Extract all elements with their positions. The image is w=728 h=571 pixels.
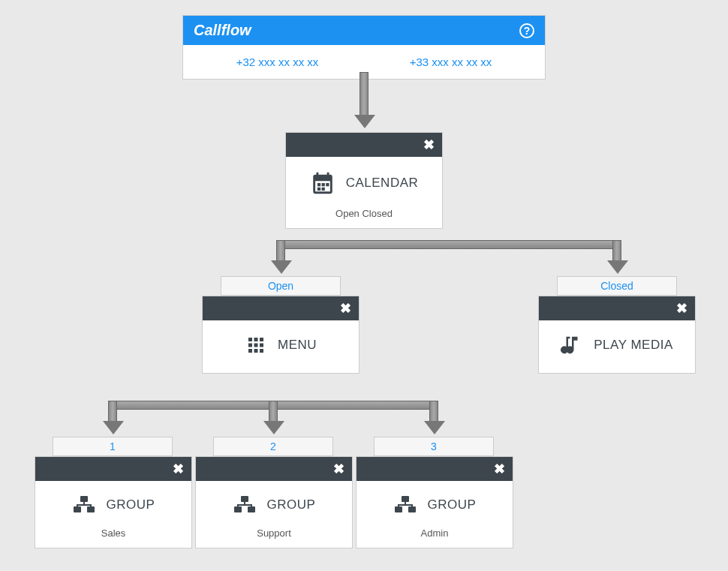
svg-rect-7 xyxy=(395,506,402,512)
connector-arrow xyxy=(269,401,278,423)
node-subtitle: Open Closed xyxy=(335,208,393,219)
node-title: MENU xyxy=(278,338,317,353)
branch-label-3: 3 xyxy=(374,437,494,456)
connector-arrow xyxy=(359,72,369,117)
music-icon xyxy=(561,334,583,356)
node-header: ✖ xyxy=(286,133,442,157)
node-header: ✖ xyxy=(539,296,695,320)
svg-rect-2 xyxy=(87,506,95,512)
node-header: ✖ xyxy=(196,457,352,481)
branch-label-closed: Closed xyxy=(557,276,677,296)
close-icon[interactable]: ✖ xyxy=(494,462,505,476)
help-icon[interactable]: ? xyxy=(519,23,534,38)
branch-label-2: 2 xyxy=(213,437,333,456)
close-icon[interactable]: ✖ xyxy=(423,138,435,152)
close-icon[interactable]: ✖ xyxy=(173,462,184,476)
node-body: GROUP Sales xyxy=(35,481,191,548)
branch-label-open: Open xyxy=(221,276,341,296)
close-icon[interactable]: ✖ xyxy=(340,302,351,315)
callflow-root: Callflow ? +32 xxx xx xx xx +33 xxx xx x… xyxy=(182,15,546,80)
phone-number[interactable]: +33 xxx xx xx xx xyxy=(410,56,492,68)
phone-number[interactable]: +32 xxx xx xx xx xyxy=(236,56,319,68)
svg-rect-8 xyxy=(408,506,416,512)
node-title: GROUP xyxy=(107,497,155,512)
node-title: CALENDAR xyxy=(346,176,419,191)
connector-arrow xyxy=(612,240,621,263)
connector-arrow xyxy=(276,240,285,263)
node-subtitle: Support xyxy=(257,527,291,539)
node-subtitle: Admin xyxy=(421,527,449,539)
node-title: GROUP xyxy=(428,497,477,512)
close-icon[interactable]: ✖ xyxy=(676,302,687,315)
connector-hbar xyxy=(276,240,621,249)
node-body: GROUP Support xyxy=(196,481,352,548)
node-body: GROUP Admin xyxy=(356,481,513,548)
branch-label-1: 1 xyxy=(53,437,173,456)
node-subtitle: Sales xyxy=(101,527,126,539)
node-body: CALENDAR Open Closed xyxy=(286,157,442,228)
group-icon xyxy=(72,494,96,515)
group-node[interactable]: ✖ GROUP Sales xyxy=(35,456,192,548)
menu-node[interactable]: ✖ MENU xyxy=(202,296,359,374)
node-body: MENU xyxy=(203,320,359,373)
node-title: GROUP xyxy=(267,497,316,512)
svg-rect-1 xyxy=(74,506,81,512)
close-icon[interactable]: ✖ xyxy=(333,462,344,476)
svg-rect-6 xyxy=(402,496,409,502)
node-body: PLAY MEDIA xyxy=(539,320,695,373)
node-header: ✖ xyxy=(356,457,513,481)
group-node[interactable]: ✖ GROUP Support xyxy=(195,456,353,548)
group-icon xyxy=(233,494,257,515)
svg-rect-4 xyxy=(234,506,242,512)
svg-rect-5 xyxy=(248,506,255,512)
callflow-title: Callflow xyxy=(194,22,251,39)
svg-rect-3 xyxy=(241,496,248,502)
callflow-header: Callflow ? xyxy=(183,16,545,45)
grid-icon xyxy=(245,334,267,356)
calendar-node[interactable]: ✖ CALENDAR Open Closed xyxy=(285,132,443,229)
connector-arrow xyxy=(108,401,117,423)
node-header: ✖ xyxy=(35,457,191,481)
calendar-icon xyxy=(310,170,335,196)
group-node[interactable]: ✖ GROUP Admin xyxy=(356,456,513,548)
playmedia-node[interactable]: ✖ PLAY MEDIA xyxy=(538,296,696,374)
svg-rect-0 xyxy=(80,496,88,502)
connector-arrow xyxy=(429,401,438,423)
node-header: ✖ xyxy=(203,296,359,320)
group-icon xyxy=(393,494,417,515)
node-title: PLAY MEDIA xyxy=(594,338,672,353)
